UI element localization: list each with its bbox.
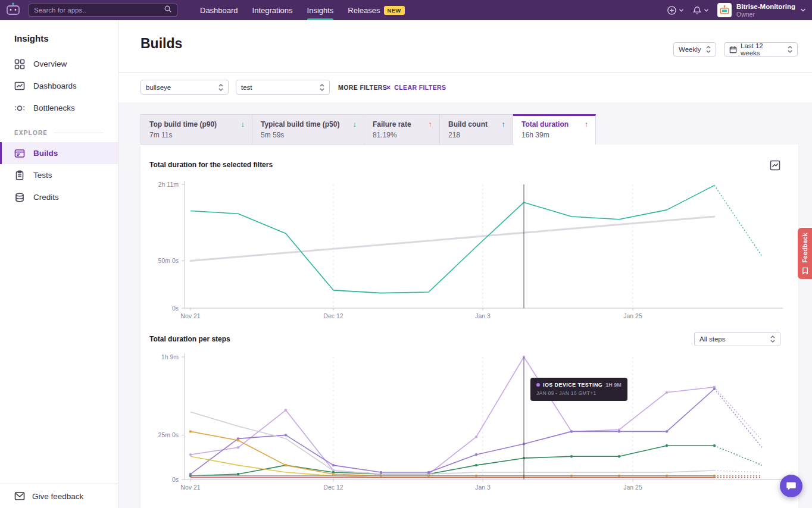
feedback-side-tab[interactable]: Feedback (798, 228, 812, 279)
sidebar-item-bottlenecks[interactable]: Bottlenecks (0, 97, 118, 119)
total-duration-chart[interactable]: 2h 11m50m 0s0sNov 21Dec 12Jan 3Jan 25 (140, 173, 798, 332)
series-dot-icon (536, 383, 540, 387)
metric-tabs: Top build time (p90)↓ 7m 11s Typical bui… (140, 114, 596, 145)
sidebar-item-label: Overview (33, 59, 67, 68)
sidebar-item-label: Builds (33, 149, 58, 158)
svg-text:Nov 21: Nov 21 (180, 312, 200, 319)
chat-launcher-button[interactable] (780, 475, 802, 497)
nav-integrations-label: Integrations (252, 6, 293, 15)
metric-label: Typical build time (p50) (261, 120, 339, 128)
give-feedback-label: Give feedback (32, 492, 83, 501)
bell-icon (692, 5, 702, 15)
explore-section-header: EXPLORE (14, 130, 104, 136)
clear-x-icon: ✕ (386, 84, 391, 91)
period-select-value: Weekly (679, 46, 702, 53)
nav-dashboard[interactable]: Dashboard (200, 0, 238, 20)
bitrise-logo[interactable] (5, 3, 21, 17)
robot-logo-icon (5, 2, 21, 18)
metric-value: 7m 11s (149, 131, 245, 139)
tab-top-build-time[interactable]: Top build time (p90)↓ 7m 11s (140, 114, 252, 145)
chat-bubble-icon (786, 481, 797, 491)
feedback-tab-label: Feedback (801, 233, 808, 263)
notifications-button[interactable] (692, 5, 709, 15)
workspace-name: Bitrise-Monitoring (736, 3, 795, 11)
nav-insights[interactable]: Insights (307, 0, 334, 20)
workspace-switcher[interactable]: Bitrise-Monitoring Owner (717, 3, 806, 18)
workspace-avatar (717, 3, 732, 17)
add-to-dashboard-icon[interactable] (770, 160, 780, 173)
metric-label: Failure rate (373, 120, 411, 128)
sidebar-item-tests[interactable]: Tests (0, 164, 118, 186)
tab-typical-build-time[interactable]: Typical build time (p50)↓ 5m 59s (252, 114, 364, 145)
sidebar-item-builds[interactable]: Builds (0, 142, 118, 164)
metric-value: 218 (448, 131, 505, 139)
plus-circle-icon (667, 5, 677, 15)
nav-insights-label: Insights (307, 6, 334, 15)
date-range-select[interactable]: Last 12 weeks (724, 42, 798, 57)
updown-chevrons-icon (788, 46, 792, 53)
app-search[interactable] (29, 4, 177, 17)
builds-icon (14, 148, 25, 159)
primary-nav: Dashboard Integrations Insights Releases… (200, 0, 405, 20)
calendar-icon (729, 46, 737, 54)
svg-text:0s: 0s (172, 305, 179, 312)
grid-icon (14, 59, 25, 70)
sidebar-item-overview[interactable]: Overview (0, 53, 118, 75)
sidebar-title: Insights (14, 33, 118, 43)
trend-down-icon: ↓ (348, 120, 357, 128)
workflow-filter-select[interactable]: test (236, 80, 330, 95)
svg-text:Jan 3: Jan 3 (475, 484, 491, 491)
give-feedback-link[interactable]: Give feedback (0, 484, 118, 508)
envelope-icon (14, 491, 25, 501)
app-filter-value: bullseye (146, 84, 215, 91)
dashboard-chart-icon (14, 81, 25, 92)
search-input[interactable] (34, 7, 164, 14)
duration-per-steps-chart[interactable]: 1h 9m25m 0s0sNov 21Dec 12Jan 3Jan 25 (140, 341, 798, 500)
metric-label: Total duration (521, 120, 569, 128)
metric-label: Top build time (p90) (149, 120, 217, 128)
insights-sidebar: Insights Overview Dashboards Bottlenecks… (0, 20, 118, 508)
chevron-down-icon (704, 8, 709, 12)
svg-text:2h 11m: 2h 11m (158, 181, 179, 188)
sidebar-item-credits[interactable]: Credits (0, 186, 118, 208)
add-new-button[interactable] (667, 5, 684, 15)
nav-releases[interactable]: Releases NEW (348, 0, 404, 20)
sidebar-item-label: Dashboards (33, 81, 77, 90)
more-filters-button[interactable]: MORE FILTERS (338, 84, 387, 91)
tab-total-duration[interactable]: Total duration↑ 16h 39m (513, 114, 596, 145)
sidebar-item-label: Tests (33, 171, 52, 180)
nav-integrations[interactable]: Integrations (252, 0, 293, 20)
tab-build-count[interactable]: Build count↑ 218 (440, 114, 513, 145)
credits-coins-icon (14, 192, 25, 203)
trend-down-icon: ↓ (236, 120, 245, 128)
app-filter-select[interactable]: bullseye (140, 80, 229, 95)
trend-up-icon: ↑ (424, 120, 433, 128)
explore-label: EXPLORE (14, 130, 48, 136)
sidebar-item-dashboards[interactable]: Dashboards (0, 75, 118, 97)
updown-chevrons-icon (218, 84, 223, 91)
svg-text:25m 0s: 25m 0s (158, 431, 179, 438)
metric-label: Build count (448, 120, 488, 128)
tab-failure-rate[interactable]: Failure rate↑ 81.19% (364, 114, 440, 145)
main-content: Builds Weekly Last 12 weeks bullseye tes… (118, 20, 812, 508)
period-select[interactable]: Weekly (673, 42, 716, 57)
metric-value: 81.19% (373, 131, 432, 139)
svg-text:Jan 25: Jan 25 (623, 312, 642, 319)
trend-up-icon: ↑ (580, 120, 589, 128)
tests-icon (14, 170, 25, 181)
nav-dashboard-label: Dashboard (200, 6, 238, 15)
clear-filters-button[interactable]: ✕ CLEAR FILTERS (386, 84, 446, 91)
svg-text:Jan 3: Jan 3 (475, 312, 491, 319)
sidebar-item-label: Credits (33, 193, 59, 202)
tooltip-value: 1H 9M (605, 382, 622, 388)
trend-up-icon: ↑ (497, 120, 506, 128)
workspace-robot-icon (719, 4, 730, 16)
svg-text:Jan 25: Jan 25 (623, 484, 642, 491)
new-badge: NEW (384, 6, 405, 15)
tooltip-title: IOS DEVICE TESTING (543, 382, 602, 388)
workspace-role: Owner (736, 11, 795, 18)
charts-card: Total duration for the selected filters … (140, 145, 798, 508)
navbar-right: Bitrise-Monitoring Owner (667, 3, 806, 18)
svg-text:Dec 12: Dec 12 (323, 312, 343, 319)
page-title: Builds (140, 36, 182, 52)
